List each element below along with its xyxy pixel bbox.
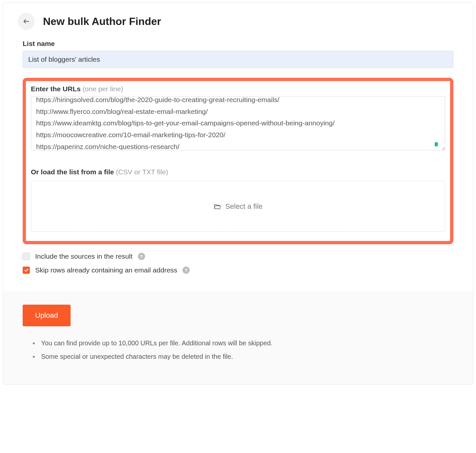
help-icon[interactable]: ? (183, 267, 190, 274)
note-item: You can find provide up to 10,000 URLs p… (39, 339, 453, 347)
bulk-author-finder-form: New bulk Author Finder List name Enter t… (3, 3, 473, 385)
file-dropzone[interactable]: Select a file (31, 181, 445, 232)
urls-label-text: Enter the URLs (31, 85, 81, 93)
file-hint: (CSV or TXT file) (116, 168, 168, 176)
form-header: New bulk Author Finder (3, 3, 473, 36)
urls-textarea-wrap (31, 96, 445, 152)
include-sources-checkbox[interactable] (23, 253, 30, 260)
file-label: Or load the list from a file (CSV or TXT… (31, 168, 445, 176)
arrow-left-icon (23, 18, 30, 25)
form-body: List name Enter the URLs (one per line) … (3, 36, 473, 244)
file-load-section: Or load the list from a file (CSV or TXT… (31, 168, 445, 232)
form-footer: Upload You can find provide up to 10,000… (3, 291, 473, 384)
include-sources-option[interactable]: Include the sources in the result ? (23, 252, 453, 260)
upload-button[interactable]: Upload (23, 305, 71, 326)
urls-hint: (one per line) (83, 85, 123, 93)
check-icon (24, 268, 29, 273)
skip-rows-label: Skip rows already containing an email ad… (35, 266, 177, 274)
list-name-input[interactable] (23, 51, 453, 68)
page-title: New bulk Author Finder (43, 15, 161, 28)
urls-textarea[interactable] (31, 96, 445, 150)
footer-notes: You can find provide up to 10,000 URLs p… (23, 339, 453, 360)
urls-highlight-block: Enter the URLs (one per line) Or load th… (23, 78, 453, 244)
file-label-text: Or load the list from a file (31, 168, 114, 176)
options-section: Include the sources in the result ? Skip… (3, 244, 473, 283)
dropzone-text: Select a file (225, 202, 263, 211)
skip-rows-option[interactable]: Skip rows already containing an email ad… (23, 266, 453, 274)
urls-label: Enter the URLs (one per line) (31, 85, 445, 93)
folder-open-icon (213, 203, 221, 210)
grammarly-indicator-icon (435, 142, 438, 146)
skip-rows-checkbox[interactable] (23, 267, 30, 274)
list-name-label: List name (23, 40, 453, 48)
back-button[interactable] (18, 13, 35, 30)
note-item: Some special or unexpected characters ma… (39, 353, 453, 360)
include-sources-label: Include the sources in the result (35, 252, 133, 260)
help-icon[interactable]: ? (138, 253, 145, 260)
